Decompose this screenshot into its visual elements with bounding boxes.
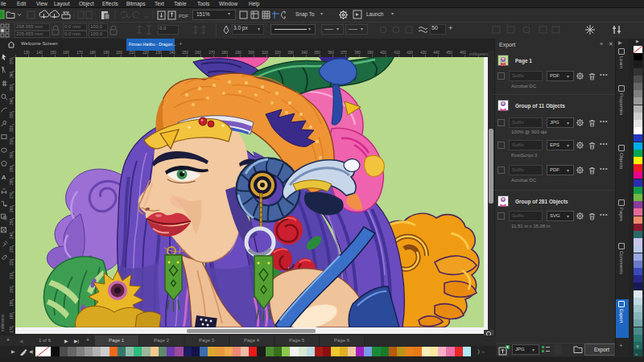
- svg-text:PDF: PDF: [179, 14, 188, 19]
- svg-text:A: A: [2, 174, 6, 181]
